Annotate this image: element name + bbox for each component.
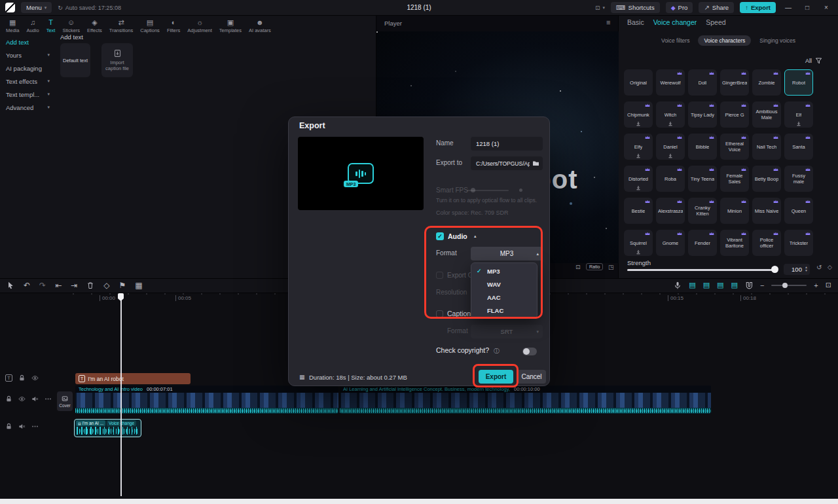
sidebar-item[interactable]: AI packaging ▾ <box>0 62 56 75</box>
trim-right-icon[interactable]: ⇥ <box>71 281 77 290</box>
voice-card[interactable]: Fender <box>688 230 717 256</box>
record-mic-icon[interactable] <box>674 281 682 289</box>
video-clip-1[interactable]: Technology and AI intro video 00:00:07:0… <box>75 386 338 414</box>
voice-card[interactable]: Pierce G <box>720 101 749 128</box>
voice-card[interactable]: Daniel <box>656 134 685 160</box>
voice-card[interactable]: Vibrant Baritone <box>720 230 749 256</box>
voice-card[interactable]: Distorted <box>624 166 653 192</box>
sidebar-item[interactable]: Yours ▾ <box>0 48 56 62</box>
voice-card[interactable]: GingerBread <box>720 69 749 96</box>
default-text-card[interactable]: Default text <box>60 43 90 77</box>
menu-button[interactable]: Menu▾ <box>21 2 52 13</box>
shortcuts-button[interactable]: ⌨Shortcuts <box>611 2 660 13</box>
mute-icon[interactable] <box>31 395 39 403</box>
voice-card[interactable]: Miss Naive <box>752 198 781 224</box>
mini-player-icon[interactable]: ⊡ <box>575 264 581 270</box>
ribbon-tab[interactable]: ◐ Filters <box>164 17 183 35</box>
ribbon-tab[interactable]: ▤ Captions <box>137 17 163 35</box>
eye-icon[interactable] <box>18 395 26 403</box>
maximize-button[interactable]: □ <box>801 4 814 11</box>
voice-card[interactable]: Female Sales <box>720 166 749 192</box>
track-height-icon-1[interactable]: ▤ <box>689 281 695 289</box>
name-input[interactable]: 1218 (1) <box>471 137 543 151</box>
strength-slider[interactable] <box>627 269 776 271</box>
trim-left-icon[interactable]: ⇤ <box>55 281 62 290</box>
export-path-input[interactable]: C:/Users/TOPGUS/Ap... <box>471 156 543 170</box>
voice-card[interactable]: Chipmunk <box>624 101 653 128</box>
voice-card[interactable]: Doll <box>688 69 717 96</box>
panel-tab[interactable]: Voice changer <box>653 18 697 26</box>
sidebar-item[interactable]: Add text ▾ <box>0 35 56 48</box>
strength-slider-knob[interactable] <box>771 266 778 273</box>
reset-icon[interactable]: ↺ <box>816 264 822 271</box>
voice-card[interactable]: Queen <box>784 198 813 224</box>
ribbon-tab[interactable]: ⇄ Transitions <box>106 17 136 35</box>
voice-audio-clip[interactable]: ▤I'm an AI ... Voice change <box>74 419 141 437</box>
strength-value[interactable]: 100 ▲▼ <box>784 264 810 275</box>
keyframe-diamond-icon[interactable]: ◇ <box>103 281 109 290</box>
voice-card[interactable]: Bibble <box>688 134 717 160</box>
select-tool-icon[interactable] <box>7 281 14 289</box>
ribbon-tab[interactable]: ◈ Effects <box>84 17 105 35</box>
captions-format-select[interactable]: SRT ▾ <box>471 325 543 338</box>
info-icon[interactable]: ⓘ <box>494 347 500 355</box>
sidebar-item[interactable]: Advanced ▾ <box>0 101 56 114</box>
sidebar-item[interactable]: Text effects ▾ <box>0 75 56 88</box>
keyframe-icon[interactable]: ◇ <box>828 264 832 270</box>
voice-card[interactable]: Tiny Teena <box>688 166 717 192</box>
sidebar-item[interactable]: Text templ... ▾ <box>0 88 56 101</box>
voice-card[interactable]: Santa <box>784 134 813 160</box>
voice-card[interactable]: Elfy <box>624 134 653 160</box>
voice-card[interactable]: Minion <box>720 198 749 224</box>
voice-card[interactable]: Alexstrasza <box>656 198 685 224</box>
export-button-top[interactable]: ↑Export <box>740 2 776 13</box>
ribbon-tab[interactable]: T Text <box>43 17 59 35</box>
voice-card[interactable]: Robot <box>784 69 813 96</box>
snap-magnet-icon[interactable] <box>745 281 753 289</box>
folder-browse-icon[interactable] <box>532 160 539 167</box>
voice-card[interactable]: Trickster <box>784 230 813 256</box>
ribbon-tab[interactable]: ☻ AI avatars <box>246 17 274 35</box>
undo-icon[interactable]: ↶ <box>24 281 30 290</box>
voice-card[interactable]: Roba <box>656 166 685 192</box>
voice-card[interactable]: Fussy male <box>784 166 813 192</box>
voice-card[interactable]: Elf <box>784 101 813 128</box>
voice-card[interactable]: Tipsy Lady <box>688 101 717 128</box>
ribbon-tab[interactable]: ♫ Audio <box>23 17 42 35</box>
voice-card[interactable]: Betty Boop <box>752 166 781 192</box>
video-clip-2[interactable]: AI Learning and Artificial Intelligence … <box>340 386 711 414</box>
voice-card[interactable]: Original <box>624 69 653 96</box>
voice-card[interactable]: Nail Tech <box>752 134 781 160</box>
ribbon-tab[interactable]: ☼ Adjustment <box>184 17 215 35</box>
ratio-button[interactable]: Ratio <box>586 263 603 270</box>
layout-switcher[interactable]: ⊡▾ <box>595 5 605 11</box>
eye-icon[interactable] <box>31 374 39 382</box>
filter-row[interactable]: All <box>805 57 822 64</box>
copyright-toggle[interactable] <box>522 348 537 355</box>
more-dots-icon[interactable] <box>45 395 52 403</box>
ribbon-tab[interactable]: ▣ Templates <box>216 17 245 35</box>
mute-icon[interactable] <box>18 423 26 430</box>
cover-button[interactable]: Cover <box>57 391 73 411</box>
voice-card[interactable]: Zombie <box>752 69 781 96</box>
voice-card[interactable]: Werewolf <box>656 69 685 96</box>
cancel-button[interactable]: Cancel <box>517 370 546 384</box>
lock-icon[interactable] <box>5 395 12 403</box>
panel-tab[interactable]: Basic <box>627 18 644 26</box>
stepper-arrows[interactable]: ▲▼ <box>805 266 808 272</box>
share-button[interactable]: ↗Share <box>699 2 734 13</box>
voice-card[interactable]: Gnome <box>656 230 685 256</box>
pro-badge[interactable]: ◆Pro <box>666 2 693 13</box>
minimize-button[interactable]: — <box>782 4 795 11</box>
voice-card[interactable]: Ambitious Male <box>752 101 781 128</box>
more-dots-icon[interactable] <box>31 423 39 430</box>
track-height-icon-2[interactable]: ▤ <box>703 281 710 289</box>
ribbon-tab[interactable]: ▦ Media <box>3 17 22 35</box>
lock-icon[interactable] <box>5 423 12 430</box>
track-height-icon-3[interactable]: ▤ <box>717 281 723 289</box>
timeline-zoom-slider[interactable] <box>771 285 807 286</box>
voice-card[interactable]: Ethereal Voice <box>720 134 749 160</box>
voice-card[interactable]: Squirrel <box>624 230 653 256</box>
fit-timeline-icon[interactable]: ⊡ <box>826 281 831 289</box>
panel-tab[interactable]: Speed <box>706 18 725 26</box>
